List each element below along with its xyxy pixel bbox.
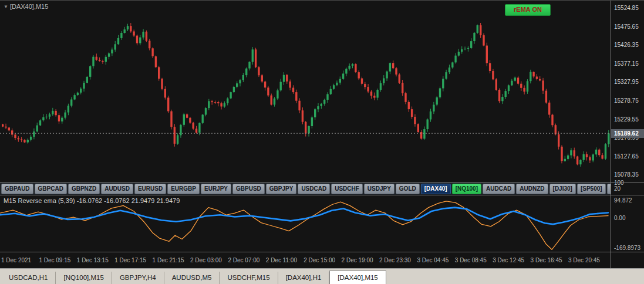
ticker-button-gold[interactable]: GOLD [396, 184, 420, 194]
ticker-button-usdcad[interactable]: USDCAD [298, 184, 330, 194]
price-axis-label: 15377.15 [614, 61, 639, 67]
ticker-button-gbpaud[interactable]: GBPAUD [1, 184, 33, 194]
chart-tab--nq100--m15[interactable]: [NQ100],M15 [56, 272, 112, 284]
trading-terminal: ▼ [DAX40],M15 rEMA ON GBPAUDGBPCADGBPNZD… [0, 0, 644, 284]
chart-tab-usdcad-h1[interactable]: USDCAD,H1 [1, 272, 56, 284]
ticker-button-dax40[interactable]: [DAX40] [421, 184, 451, 194]
pane-separator[interactable] [0, 182, 644, 182]
chart-symbol-label: ▼ [DAX40],M15 [4, 3, 48, 10]
ticker-button-nq100[interactable]: [NQ100] [452, 184, 481, 194]
chart-tab-audusd-m5[interactable]: AUDUSD,M5 [164, 272, 220, 284]
ema-toggle-button[interactable]: rEMA ON [505, 4, 551, 16]
chart-tab--dax40--m15[interactable]: [DAX40],M15 [329, 271, 386, 284]
time-axis-label: 3 Dec 20:45 [568, 257, 600, 263]
ticker-button-audusd[interactable]: AUDUSD [101, 184, 133, 194]
time-axis-label: 3 Dec 08:45 [455, 257, 487, 263]
ticker-button-eurusd[interactable]: EURUSD [134, 184, 166, 194]
price-axis-label: 15475.65 [614, 24, 639, 30]
main-chart-plot[interactable]: ▼ [DAX40],M15 rEMA ON [0, 1, 611, 182]
axis-separator [611, 1, 611, 268]
price-axis[interactable]: 15524.8515475.6515426.3515377.1515327.95… [611, 1, 644, 268]
candlestick-chart[interactable] [0, 1, 611, 182]
time-axis-label: 1 Dec 2021 [1, 257, 31, 263]
chart-tab-usdchf-m15[interactable]: USDCHF,M15 [220, 272, 278, 284]
ticker-button-gbpcad[interactable]: GBPCAD [35, 184, 67, 194]
price-axis-label: 15127.65 [614, 154, 639, 160]
time-axis-label: 2 Dec 07:00 [228, 257, 259, 263]
current-price-box: 15189.62 [611, 129, 644, 138]
ticker-button-usdjpy[interactable]: USDJPY [364, 184, 395, 194]
indicator-axis-label: 94.872 [614, 198, 632, 204]
time-axis-label: 2 Dec 03:00 [190, 257, 222, 263]
price-axis-label: 15278.75 [614, 98, 639, 104]
ticker-button-gbpnzd[interactable]: GBPNZD [68, 184, 100, 194]
indicator-axis-label: 0.00 [614, 215, 625, 221]
ticker-button-usdchf[interactable]: USDCHF [331, 184, 363, 194]
price-axis-label: 15524.85 [614, 5, 639, 11]
ticker-button-gbpusd[interactable]: GBPUSD [232, 184, 265, 194]
time-axis-label: 2 Dec 19:00 [342, 257, 373, 263]
ticker-button-sp500[interactable]: [SP500] [577, 184, 606, 194]
time-axis-label: 3 Dec 12:45 [493, 257, 524, 263]
time-axis-label: 1 Dec 21:15 [153, 257, 184, 263]
time-axis-label: 2 Dec 11:00 [266, 257, 297, 263]
time-axis-label: 3 Dec 04:45 [417, 257, 449, 263]
ticker-button-audnzd[interactable]: AUDNZD [516, 184, 548, 194]
time-axis-label: 2 Dec 15:00 [304, 257, 335, 263]
pane-separator[interactable] [0, 195, 644, 195]
price-axis-label: 15229.55 [614, 117, 639, 123]
time-axis-label: 1 Dec 17:15 [114, 257, 146, 263]
ticker-button-audcad[interactable]: AUDCAD [483, 184, 515, 194]
time-axis[interactable]: 1 Dec 20211 Dec 09:151 Dec 13:151 Dec 17… [0, 252, 611, 268]
chart-tab-bar: USDCAD,H1[NQ100],M15GBPJPY,H4AUDUSD,M5US… [0, 268, 644, 284]
pane-separator[interactable] [0, 252, 644, 252]
chart-symbol-text: [DAX40],M15 [10, 3, 48, 10]
time-axis-label: 3 Dec 16:45 [531, 257, 562, 263]
chart-dropdown-icon: ▼ [4, 4, 8, 9]
price-axis-label: 15078.35 [614, 172, 639, 178]
time-axis-label: 1 Dec 13:15 [77, 257, 109, 263]
ticker-button-eurjpy[interactable]: EURJPY [201, 184, 231, 194]
chart-tab-gbpjpy-h4[interactable]: GBPJPY,H4 [112, 272, 164, 284]
time-axis-label: 1 Dec 09:15 [39, 257, 70, 263]
indicator-title: M15 Reverse ema (5,39) -16.0762 -16.0762… [4, 197, 180, 204]
ticker-button-gbpjpy[interactable]: GBPJPY [266, 184, 297, 194]
symbol-ticker-bar: GBPAUDGBPCADGBPNZDAUDUSDEURUSDEURGBPEURJ… [0, 182, 611, 195]
indicator-axis-label: 20 [614, 186, 621, 192]
current-price-value: 15189.62 [614, 130, 639, 137]
time-axis-label: 2 Dec 23:30 [379, 257, 411, 263]
price-axis-label: 15327.95 [614, 79, 639, 85]
ticker-button-eurgbp[interactable]: EURGBP [167, 184, 200, 194]
price-axis-label: 15426.35 [614, 42, 639, 48]
chart-tab--dax40--h1[interactable]: [DAX40],H1 [278, 272, 330, 284]
indicator-axis-label: -169.8973 [614, 245, 640, 251]
ticker-button-dji30[interactable]: [DJI30] [549, 184, 576, 194]
indicator-subwindow[interactable]: M15 Reverse ema (5,39) -16.0762 -16.0762… [0, 195, 611, 252]
